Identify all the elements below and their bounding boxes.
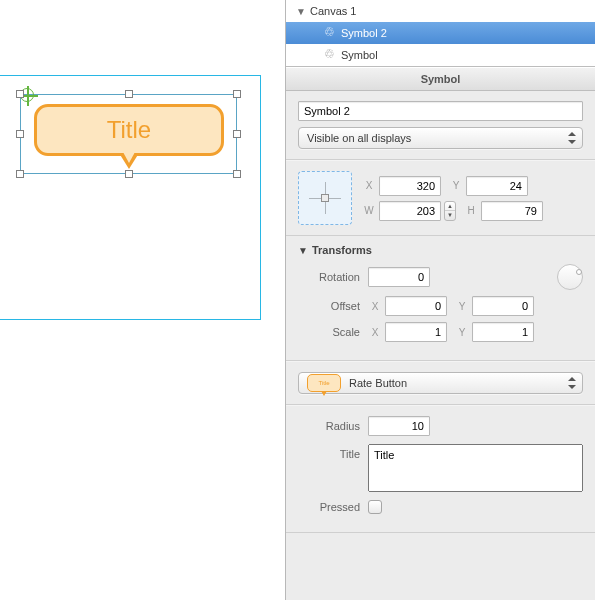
radius-label: Radius <box>298 420 360 432</box>
outline-item-selected[interactable]: Symbol 2 <box>286 22 595 44</box>
speech-tail-icon <box>123 152 135 163</box>
pressed-checkbox[interactable] <box>368 500 382 514</box>
design-canvas-area: Title <box>0 0 285 600</box>
geom-y-input[interactable] <box>466 176 528 196</box>
geom-w-label: W <box>362 205 376 216</box>
resize-handle-n[interactable] <box>125 90 133 98</box>
title-label: Title <box>298 444 360 460</box>
disclosure-triangle-icon[interactable]: ▼ <box>296 6 306 17</box>
geom-h-label: H <box>464 205 478 216</box>
section-header-symbol: Symbol <box>286 67 595 91</box>
geom-h-input[interactable] <box>481 201 543 221</box>
resize-handle-e[interactable] <box>233 130 241 138</box>
section-header-label: Symbol <box>421 73 461 85</box>
rate-button-thumb-icon: Title <box>307 374 341 392</box>
selection-bounding-box[interactable]: Title <box>14 88 243 180</box>
visibility-popup[interactable]: Visible on all displays <box>298 127 583 149</box>
scale-x-label: X <box>368 327 382 338</box>
resize-handle-w[interactable] <box>16 130 24 138</box>
outline-tree[interactable]: ▼ Canvas 1 Symbol 2 Symbol <box>286 0 595 67</box>
scale-y-input[interactable] <box>472 322 534 342</box>
offset-y-label: Y <box>455 301 469 312</box>
rotation-label: Rotation <box>298 271 360 283</box>
anchor-center-icon <box>321 194 329 202</box>
resize-handle-s[interactable] <box>125 170 133 178</box>
geom-w-input[interactable] <box>379 201 441 221</box>
rotation-dial[interactable] <box>557 264 583 290</box>
symbol-icon <box>324 27 337 40</box>
rate-button-shape[interactable]: Title <box>34 104 224 156</box>
visibility-popup-label: Visible on all displays <box>307 132 411 144</box>
offset-x-input[interactable] <box>385 296 447 316</box>
anchor-point-control[interactable] <box>298 171 352 225</box>
offset-label: Offset <box>298 300 360 312</box>
title-input[interactable]: Title <box>368 444 583 492</box>
outline-item-label: Symbol <box>341 49 378 61</box>
symbol-icon <box>324 49 337 62</box>
outline-canvas-label: Canvas 1 <box>310 5 356 17</box>
scale-label: Scale <box>298 326 360 338</box>
resize-handle-se[interactable] <box>233 170 241 178</box>
geom-x-label: X <box>362 180 376 191</box>
resize-handle-sw[interactable] <box>16 170 24 178</box>
outline-canvas-row[interactable]: ▼ Canvas 1 <box>286 0 595 22</box>
geom-w-stepper[interactable]: ▲▼ <box>444 201 456 221</box>
resize-handle-ne[interactable] <box>233 90 241 98</box>
scale-x-input[interactable] <box>385 322 447 342</box>
disclosure-triangle-icon[interactable]: ▼ <box>298 245 308 256</box>
radius-input[interactable] <box>368 416 430 436</box>
offset-y-input[interactable] <box>472 296 534 316</box>
component-type-label: Rate Button <box>349 377 407 389</box>
resize-handle-nw[interactable] <box>16 90 24 98</box>
transforms-title: Transforms <box>312 244 372 256</box>
geom-x-input[interactable] <box>379 176 441 196</box>
inspector-panel: ▼ Canvas 1 Symbol 2 Symbol Symbol Visibl… <box>285 0 595 600</box>
pressed-label: Pressed <box>298 501 360 513</box>
outline-item-label: Symbol 2 <box>341 27 387 39</box>
rotation-input[interactable] <box>368 267 430 287</box>
offset-x-label: X <box>368 301 382 312</box>
component-type-popup[interactable]: Title Rate Button <box>298 372 583 394</box>
transforms-header[interactable]: ▼ Transforms <box>286 236 595 258</box>
outline-item[interactable]: Symbol <box>286 44 595 66</box>
geom-y-label: Y <box>449 180 463 191</box>
rate-button-shape-label: Title <box>107 116 151 144</box>
scale-y-label: Y <box>455 327 469 338</box>
symbol-name-input[interactable] <box>298 101 583 121</box>
